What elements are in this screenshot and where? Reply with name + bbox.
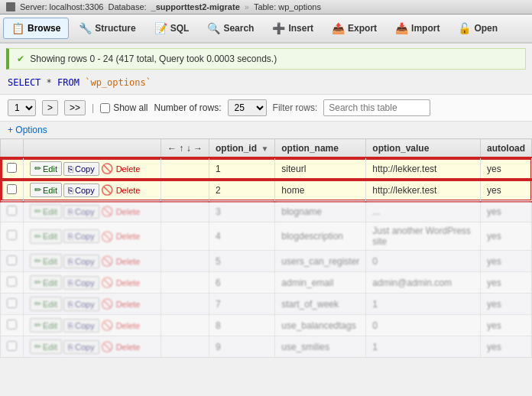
delete-button[interactable]: Delete [115,300,142,309]
sql-label: SQL [170,23,190,34]
options-link[interactable]: + Options [8,125,47,135]
delete-label: Delete [116,232,141,241]
copy-button[interactable]: ⎘ Copy [63,183,99,197]
th-autoload[interactable]: autoload [481,139,532,158]
copy-icon: ⎘ [68,164,73,174]
edit-button[interactable]: ✏ Edit [30,204,62,219]
rows-per-page-select[interactable]: 25 50 100 [228,99,267,116]
export-button[interactable]: 📤 Export [323,18,385,39]
delete-circle-icon: 🚫 [101,231,113,242]
delete-button[interactable]: Delete [115,207,142,216]
table-row: ✏ Edit ⎘ Copy 🚫 Delete 7 start_of_week 1… [1,294,532,315]
th-sort-arrows[interactable]: ← ↑ ↓ → [161,139,209,158]
copy-button[interactable]: ⎘ Copy [63,255,99,268]
row-checkbox[interactable] [7,163,17,173]
page-select[interactable]: 1 [8,99,36,116]
row-checkbox[interactable] [7,206,17,216]
edit-button[interactable]: ✏ Edit [30,183,62,197]
row-checkbox[interactable] [7,341,17,351]
browse-button[interactable]: 📋 Browse [3,18,69,39]
copy-button[interactable]: ⎘ Copy [63,319,99,333]
delete-button[interactable]: Delete [115,342,142,352]
row-option-value: Just another WordPress site [366,222,481,251]
copy-icon: ⎘ [68,257,73,266]
copy-icon: ⎘ [68,207,73,216]
edit-label: Edit [43,164,57,174]
copy-label: Copy [75,257,95,266]
open-button[interactable]: 🔓 Open [449,18,506,39]
show-all-checkbox[interactable] [100,103,110,113]
delete-button[interactable]: Delete [115,278,142,287]
delete-button[interactable]: Delete [115,186,142,195]
delete-button[interactable]: Delete [115,257,142,266]
sort-left-icon: ← [167,143,177,154]
options-row[interactable]: + Options [0,122,532,138]
th-option-id[interactable]: option_id ▼ [209,139,275,158]
table-row: ✏ Edit ⎘ Copy 🚫 Delete 5 users_can_regis… [1,251,532,272]
row-checkbox[interactable] [7,298,17,308]
row-autoload: yes [481,251,532,272]
copy-button[interactable]: ⎘ Copy [63,162,99,176]
rows-label: Number of rows: [154,102,222,113]
action-group: ✏ Edit ⎘ Copy 🚫 Delete [30,254,154,268]
search-button[interactable]: 🔍 Search [199,18,262,39]
row-autoload: yes [481,222,532,251]
th-option-name[interactable]: option_name [275,139,366,158]
row-option-value: ... [366,201,481,222]
row-option-value: 1 [366,294,481,315]
import-button[interactable]: 📥 Import [387,18,448,39]
sql-table: `wp_options` [85,77,151,88]
sql-button[interactable]: 📝 SQL [146,18,198,39]
copy-button[interactable]: ⎘ Copy [63,276,99,290]
open-icon: 🔓 [458,22,471,34]
next-page-button[interactable]: > [42,100,58,115]
search-icon: 🔍 [207,22,220,34]
copy-button[interactable]: ⎘ Copy [63,340,99,354]
delete-button[interactable]: Delete [115,232,142,241]
structure-button[interactable]: 🔧 Structure [70,18,144,39]
table-container: ← ↑ ↓ → option_id ▼ option_name option_v… [0,138,532,358]
th-option-value[interactable]: option_value [366,139,481,158]
row-autoload: yes [481,336,532,358]
row-checkbox-cell [1,158,24,180]
copy-button[interactable]: ⎘ Copy [63,229,99,243]
edit-button[interactable]: ✏ Edit [30,229,62,244]
option-value-label: option_value [372,143,429,154]
copy-icon: ⎘ [68,300,73,309]
table-row: ✏ Edit ⎘ Copy 🚫 Delete 8 use_balancedtag… [1,315,532,336]
row-sort-cell [161,222,209,251]
delete-button[interactable]: Delete [115,321,142,330]
copy-button[interactable]: ⎘ Copy [63,297,99,311]
export-label: Export [348,23,377,34]
edit-button[interactable]: ✏ Edit [30,339,62,354]
insert-button[interactable]: ➕ Insert [264,18,322,39]
edit-button[interactable]: ✏ Edit [30,297,62,311]
row-checkbox-cell [1,180,24,201]
delete-button[interactable]: Delete [115,164,142,174]
edit-button[interactable]: ✏ Edit [30,318,62,333]
table-row: ✏ Edit ⎘ Copy 🚫 Delete 2 home http://lek… [1,180,532,201]
edit-label: Edit [43,186,57,195]
row-option-id: 4 [209,222,275,251]
filter-input[interactable] [323,99,430,116]
browse-icon: 📋 [11,22,24,34]
copy-button[interactable]: ⎘ Copy [63,205,99,219]
action-group: ✏ Edit ⎘ Copy 🚫 Delete [30,229,154,244]
row-checkbox[interactable] [7,184,17,194]
edit-button[interactable]: ✏ Edit [30,161,62,176]
action-group: ✏ Edit ⎘ Copy 🚫 Delete [30,339,154,354]
structure-label: Structure [95,23,135,34]
copy-icon: ⎘ [68,232,73,241]
action-group: ✏ Edit ⎘ Copy 🚫 Delete [30,204,154,219]
last-page-button[interactable]: >> [64,100,86,115]
edit-button[interactable]: ✏ Edit [30,275,62,290]
edit-button[interactable]: ✏ Edit [30,254,62,268]
row-sort-cell [161,294,209,315]
row-checkbox[interactable] [7,320,17,329]
row-checkbox[interactable] [7,277,17,287]
row-checkbox[interactable] [7,230,17,240]
show-all-label[interactable]: Show all [100,102,148,113]
edit-label: Edit [43,321,57,330]
check-icon: ✔ [17,54,24,64]
row-checkbox[interactable] [7,255,17,265]
